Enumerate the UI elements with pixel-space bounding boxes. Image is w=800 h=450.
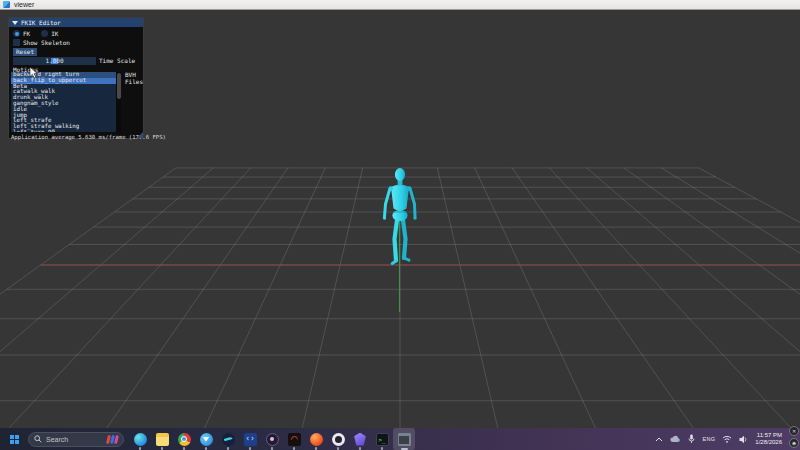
taskbar-app-chrome[interactable] <box>173 428 195 450</box>
mail-icon <box>200 433 213 446</box>
taskbar-app-github[interactable] <box>261 428 283 450</box>
taskbar-apps <box>129 428 415 450</box>
tray-chevron-up-icon[interactable] <box>655 437 663 442</box>
taskbar-app-viewer-active[interactable] <box>393 428 415 450</box>
clock-time: 11:57 PM <box>755 432 782 439</box>
taskbar-app-mail[interactable] <box>195 428 217 450</box>
taskbar-app-terminal[interactable] <box>371 428 393 450</box>
motion-item[interactable]: left_turn_90 <box>11 130 121 132</box>
time-scale-slider[interactable]: 1.000 <box>13 57 96 65</box>
reset-button[interactable]: Reset <box>13 48 37 56</box>
list-scrollbar[interactable] <box>116 72 121 132</box>
taskbar-clock[interactable]: 11:57 PM 1/28/2026 <box>755 432 782 446</box>
volume-icon[interactable] <box>739 435 748 444</box>
github-icon <box>266 433 279 446</box>
collapse-arrow-icon[interactable] <box>12 21 18 25</box>
taskbar: Search ENG <box>0 428 800 450</box>
obs-icon <box>332 433 345 446</box>
taskbar-app-obsidian[interactable] <box>349 428 371 450</box>
show-skeleton-label: Show Skeleton <box>23 39 70 46</box>
mouse-cursor <box>29 67 38 79</box>
panel-titlebar[interactable]: FKIK Editor <box>9 18 143 27</box>
taskbar-app-file-explorer[interactable] <box>151 428 173 450</box>
slider-value: 1.000 <box>45 57 63 64</box>
window-app-icon <box>3 1 10 8</box>
taskbar-search[interactable]: Search <box>28 432 124 447</box>
obsidian-icon <box>354 433 367 446</box>
bvh-files-label: BVH Files <box>125 71 143 85</box>
viewer-icon <box>398 433 411 446</box>
overlay-record-button[interactable]: ◉ <box>789 438 799 448</box>
search-placeholder: Search <box>46 436 68 443</box>
panel-title: FKIK Editor <box>21 19 61 26</box>
start-button[interactable] <box>4 429 24 449</box>
taskbar-app-acrobat[interactable] <box>283 428 305 450</box>
taskbar-app-code[interactable] <box>239 428 261 450</box>
taskbar-app-swoosh[interactable] <box>217 428 239 450</box>
file-explorer-icon <box>156 433 169 446</box>
overlay-widget: ✕ ◉ <box>789 426 799 448</box>
search-icon <box>34 435 42 443</box>
ik-radio-label: IK <box>51 30 58 37</box>
time-scale-label: Time Scale <box>99 57 135 64</box>
acrobat-icon <box>288 433 301 446</box>
screen: viewer <box>0 0 800 450</box>
taskbar-app-orange[interactable] <box>305 428 327 450</box>
window-title: viewer <box>14 1 34 8</box>
system-tray: ENG 11:57 PM 1/28/2026 <box>655 432 800 446</box>
show-skeleton-checkbox[interactable] <box>13 39 20 46</box>
window-titlebar[interactable]: viewer <box>0 0 800 10</box>
list-scrollbar-thumb[interactable] <box>117 73 121 99</box>
code-icon <box>244 433 257 446</box>
edge-icon <box>134 433 147 446</box>
wifi-icon[interactable] <box>722 435 732 443</box>
taskbar-app-edge[interactable] <box>129 428 151 450</box>
fps-status-text: Application average 5.630 ms/frame (177.… <box>9 132 143 140</box>
terminal-icon <box>376 433 389 446</box>
search-highlight-icon[interactable] <box>107 435 118 444</box>
microphone-icon[interactable] <box>688 434 695 444</box>
language-indicator[interactable]: ENG <box>702 436 715 442</box>
ik-radio[interactable] <box>41 30 48 37</box>
windows-logo-icon <box>10 435 19 444</box>
taskbar-app-obs[interactable] <box>327 428 349 450</box>
overlay-close-button[interactable]: ✕ <box>789 426 799 436</box>
fk-radio-label: FK <box>23 30 30 37</box>
panel-resize-grip[interactable] <box>137 132 143 138</box>
tray-cloud-icon[interactable] <box>670 435 681 443</box>
motion-listbox[interactable]: backward_right_turnback_flip_to_uppercut… <box>11 72 121 132</box>
chrome-icon <box>178 433 191 446</box>
swoosh-icon <box>222 433 235 446</box>
clock-date: 1/28/2026 <box>755 439 782 446</box>
fk-radio[interactable] <box>13 30 20 37</box>
orange-icon <box>310 433 323 446</box>
